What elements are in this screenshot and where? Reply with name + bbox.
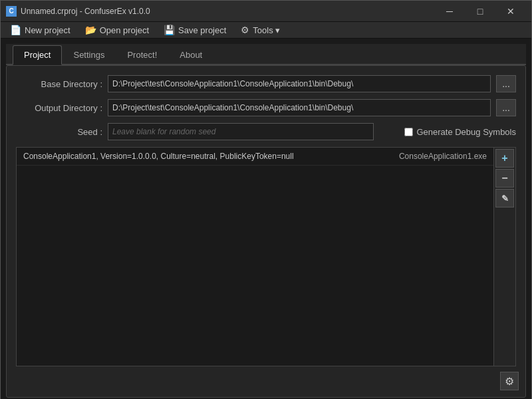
output-directory-input[interactable] xyxy=(108,99,491,116)
generate-debug-label: Generate Debug Symbols xyxy=(404,127,516,137)
gear-button[interactable]: ⚙ xyxy=(500,372,519,390)
app-icon: C xyxy=(6,6,17,17)
edit-assembly-button[interactable]: ✎ xyxy=(495,189,514,207)
remove-assembly-button[interactable]: − xyxy=(495,169,514,188)
content-panel: Base Directory : ... Output Directory : … xyxy=(6,65,526,398)
menu-save-project-label: Save project xyxy=(178,25,226,35)
assembly-area: ConsoleApplication1, Version=1.0.0.0, Cu… xyxy=(16,147,516,366)
base-directory-input[interactable] xyxy=(108,75,491,92)
title-bar-text: Unnamed.crproj - ConfuserEx v1.0.0 xyxy=(21,7,434,16)
assembly-name: ConsoleApplication1, Version=1.0.0.0, Cu… xyxy=(23,152,399,161)
tab-bar: Project Settings Protect! About xyxy=(6,44,526,65)
main-area: Project Settings Protect! About Base Dir… xyxy=(1,39,531,399)
output-directory-browse-button[interactable]: ... xyxy=(496,99,516,116)
menu-new-project-label: New project xyxy=(25,25,70,35)
menu-save-project[interactable]: 💾 Save project xyxy=(157,22,233,38)
title-bar: C Unnamed.crproj - ConfuserEx v1.0.0 ─ □… xyxy=(1,1,531,22)
tab-settings[interactable]: Settings xyxy=(62,45,116,64)
open-project-icon: 📂 xyxy=(85,25,96,35)
generate-debug-checkbox[interactable] xyxy=(404,128,413,136)
seed-label: Seed : xyxy=(16,127,102,137)
minimize-button[interactable]: ─ xyxy=(434,1,465,22)
base-directory-row: Base Directory : ... xyxy=(16,75,516,92)
app-window: C Unnamed.crproj - ConfuserEx v1.0.0 ─ □… xyxy=(0,0,532,399)
tab-project[interactable]: Project xyxy=(13,45,62,65)
base-directory-label: Base Directory : xyxy=(16,79,102,89)
menu-open-project-label: Open project xyxy=(100,25,149,35)
title-bar-controls: ─ □ ✕ xyxy=(434,1,526,22)
table-row[interactable]: ConsoleApplication1, Version=1.0.0.0, Cu… xyxy=(17,148,493,166)
save-project-icon: 💾 xyxy=(164,25,175,35)
seed-input[interactable] xyxy=(108,123,374,140)
tab-protect[interactable]: Protect! xyxy=(116,45,168,64)
base-directory-browse-button[interactable]: ... xyxy=(496,75,516,92)
menu-tools[interactable]: ⚙ Tools ▾ xyxy=(234,22,287,38)
assembly-list: ConsoleApplication1, Version=1.0.0.0, Cu… xyxy=(16,147,494,366)
add-assembly-button[interactable]: + xyxy=(495,149,514,168)
seed-row: Seed : Generate Debug Symbols xyxy=(16,123,516,140)
menu-new-project[interactable]: 📄 New project xyxy=(3,22,77,38)
menu-open-project[interactable]: 📂 Open project xyxy=(78,22,156,38)
menu-tools-label: Tools ▾ xyxy=(253,25,280,35)
close-button[interactable]: ✕ xyxy=(495,1,526,22)
assembly-file: ConsoleApplication1.exe xyxy=(399,152,487,161)
side-buttons: + − ✎ xyxy=(494,147,516,366)
output-directory-label: Output Directory : xyxy=(16,103,102,113)
maximize-button[interactable]: □ xyxy=(465,1,495,22)
tools-icon: ⚙ xyxy=(241,25,249,35)
tab-about[interactable]: About xyxy=(168,45,213,64)
menu-bar: 📄 New project 📂 Open project 💾 Save proj… xyxy=(1,22,531,39)
new-project-icon: 📄 xyxy=(10,25,21,35)
output-directory-row: Output Directory : ... xyxy=(16,99,516,116)
